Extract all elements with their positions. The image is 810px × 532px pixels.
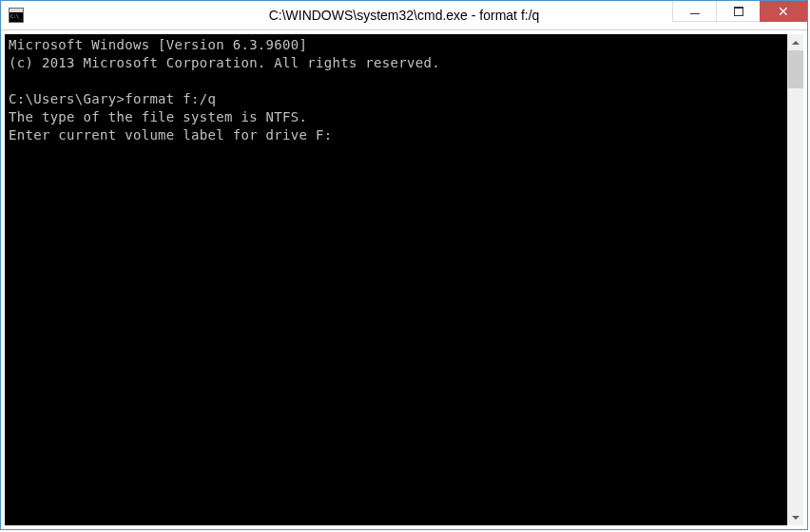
minimize-icon — [690, 13, 700, 14]
chevron-up-icon — [792, 41, 800, 45]
cmd-icon[interactable] — [9, 8, 24, 23]
terminal-line: (c) 2013 Microsoft Corporation. All righ… — [9, 55, 440, 70]
maximize-button[interactable] — [716, 1, 760, 22]
window-controls: ✕ — [672, 1, 807, 22]
scroll-up-button[interactable] — [788, 34, 803, 50]
terminal-line: The type of the file system is NTFS. — [9, 109, 307, 124]
scroll-track[interactable] — [788, 50, 803, 509]
terminal-output[interactable]: Microsoft Windows [Version 6.3.9600] (c)… — [5, 34, 787, 525]
window-title: C:\WINDOWS\system32\cmd.exe - format f:/… — [269, 8, 540, 23]
chevron-down-icon — [792, 516, 800, 520]
terminal-line: Enter current volume label for drive F: — [9, 127, 332, 142]
cmd-window: C:\WINDOWS\system32\cmd.exe - format f:/… — [0, 0, 808, 530]
scroll-down-button[interactable] — [788, 509, 803, 525]
close-icon: ✕ — [778, 5, 789, 18]
svg-marker-0 — [792, 41, 800, 45]
maximize-icon — [734, 7, 743, 16]
vertical-scrollbar[interactable] — [787, 34, 803, 525]
close-button[interactable]: ✕ — [760, 1, 807, 22]
svg-marker-1 — [792, 516, 800, 520]
terminal-line: Microsoft Windows [Version 6.3.9600] — [9, 37, 307, 52]
terminal-command: format f:/q — [125, 91, 216, 106]
terminal-prompt: C:\Users\Gary> — [9, 91, 125, 106]
client-area: Microsoft Windows [Version 6.3.9600] (c)… — [1, 30, 807, 529]
titlebar[interactable]: C:\WINDOWS\system32\cmd.exe - format f:/… — [1, 1, 807, 30]
minimize-button[interactable] — [672, 1, 716, 22]
scroll-thumb[interactable] — [788, 50, 803, 88]
